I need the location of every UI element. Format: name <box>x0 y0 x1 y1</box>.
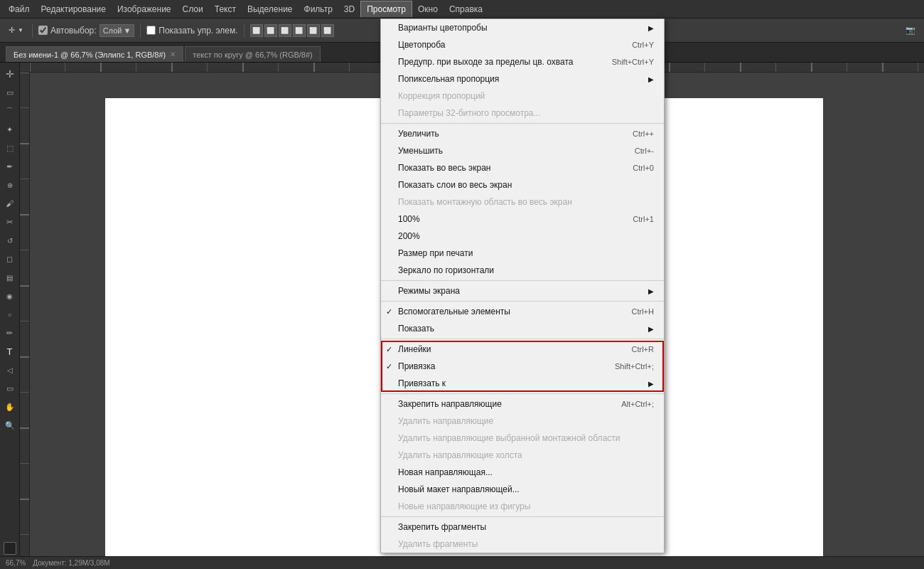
align-bottom-icon[interactable]: ⬜ <box>321 24 334 37</box>
menu-item-0-0[interactable]: Варианты цветопробы▶ <box>381 19 664 36</box>
menu-item-5-5[interactable]: Новый макет направляющей... <box>381 481 664 498</box>
align-icons-group: ⬜ ⬜ ⬜ ⬜ ⬜ ⬜ <box>250 24 334 37</box>
camera-button[interactable]: 📷 <box>903 24 918 36</box>
tab-1-label: текст по кругу @ 66,7% (RGB/8#) <box>193 50 313 59</box>
menu-separator-3 <box>381 301 664 302</box>
camera-icon: 📷 <box>906 26 915 35</box>
tool-heal[interactable]: ⊕ <box>1 176 18 193</box>
tool-zoom[interactable]: 🔍 <box>1 417 18 434</box>
tool-text[interactable]: T <box>1 343 18 360</box>
layer-dropdown[interactable]: Слой ▼ <box>100 24 135 37</box>
menu-select[interactable]: Выделение <box>242 1 299 17</box>
tool-dodge[interactable]: ○ <box>1 306 18 323</box>
tab-0[interactable]: Без имени-1 @ 66,7% (Эллипс 1, RGB/8#) ✕ <box>6 46 183 62</box>
tool-move[interactable]: ✛ <box>1 65 18 83</box>
menu-file[interactable]: Файл <box>3 1 36 17</box>
tab-0-close[interactable]: ✕ <box>170 50 176 58</box>
tool-eraser[interactable]: ◻ <box>1 250 18 267</box>
tool-hand[interactable]: ✋ <box>1 398 18 415</box>
menu-separator-5 <box>381 393 664 394</box>
menu-item-1-8[interactable]: Зеркало по горизонтали <box>381 262 664 279</box>
menu-item-5-1: Удалить направляющие <box>381 413 664 430</box>
menu-label-5-0: Закрепить направляющие <box>398 399 502 409</box>
move-arrow: ▼ <box>18 27 23 33</box>
menu-label-4-0: Линейки <box>398 344 431 354</box>
menu-item-3-0[interactable]: ✓Вспомогательные элементыCtrl+H <box>381 303 664 320</box>
menu-item-5-4[interactable]: Новая направляющая... <box>381 464 664 481</box>
align-middle-icon[interactable]: ⬜ <box>307 24 320 37</box>
menu-item-5-0[interactable]: Закрепить направляющиеAlt+Ctrl+; <box>381 395 664 413</box>
menu-item-0-1[interactable]: ЦветопробаCtrl+Y <box>381 36 664 53</box>
menu-item-1-3[interactable]: Показать слои во весь экран <box>381 176 664 193</box>
menu-separator-2 <box>381 280 664 281</box>
tool-crop[interactable]: ⬚ <box>1 139 18 156</box>
menu-label-0-2: Предупр. при выходе за пределы цв. охват… <box>398 57 574 67</box>
align-left-icon[interactable]: ⬜ <box>250 24 263 37</box>
menu-arrow-2-0: ▶ <box>648 287 654 295</box>
tool-path[interactable]: ◁ <box>1 361 18 378</box>
menu-item-4-2[interactable]: Привязать к▶ <box>381 375 664 392</box>
menu-filter[interactable]: Фильтр <box>299 1 338 17</box>
menu-label-1-1: Уменьшить <box>398 146 443 156</box>
tab-1[interactable]: текст по кругу @ 66,7% (RGB/8#) <box>185 46 321 62</box>
autoselect-checkbox[interactable] <box>38 26 48 35</box>
move-icon: ✛ <box>9 26 15 35</box>
show-controls-label: Показать упр. элем. <box>159 26 237 36</box>
menu-arrow-0-0: ▶ <box>648 24 654 32</box>
menu-item-1-7[interactable]: Размер при печати <box>381 245 664 262</box>
menu-separator-6 <box>381 516 664 517</box>
menu-edit[interactable]: Редактирование <box>36 1 112 17</box>
menu-item-2-0[interactable]: Режимы экрана▶ <box>381 282 664 299</box>
menu-view[interactable]: Просмотр <box>360 1 412 17</box>
menu-shortcut-1-5: Ctrl+1 <box>618 215 654 223</box>
align-right-icon[interactable]: ⬜ <box>279 24 291 37</box>
doc-info: Документ: 1,29M/3,08M <box>33 559 109 567</box>
menu-item-1-2[interactable]: Показать во весь экранCtrl+0 <box>381 159 664 176</box>
status-bar: 66,7% Документ: 1,29M/3,08M <box>0 556 924 569</box>
menu-arrow-4-2: ▶ <box>648 380 654 388</box>
tool-brush[interactable]: 🖌 <box>1 195 18 212</box>
tool-history[interactable]: ↺ <box>1 232 18 249</box>
menu-item-4-1[interactable]: ✓ПривязкаShift+Ctrl+; <box>381 358 664 375</box>
left-toolbar: ✛ ▭ ⌒ ✦ ⬚ ✒ ⊕ 🖌 ✂ ↺ ◻ ▤ ◉ ○ ✏ T ◁ ▭ ✋ 🔍 <box>0 63 20 556</box>
menu-item-1-1[interactable]: УменьшитьCtrl+- <box>381 142 664 159</box>
menu-image[interactable]: Изображение <box>112 1 177 17</box>
tool-blur[interactable]: ◉ <box>1 287 18 304</box>
menu-item-4-0[interactable]: ✓ЛинейкиCtrl+R <box>381 341 664 358</box>
menu-help[interactable]: Справка <box>444 1 488 17</box>
menu-item-1-6[interactable]: 200% <box>381 228 664 245</box>
menu-check-3-0: ✓ <box>386 307 392 317</box>
align-center-icon[interactable]: ⬜ <box>264 24 277 37</box>
tool-wand[interactable]: ✦ <box>1 121 18 138</box>
move-tool[interactable]: ✛ ▼ <box>6 24 26 36</box>
show-controls-checkbox[interactable] <box>146 26 156 35</box>
menu-item-3-1[interactable]: Показать▶ <box>381 320 664 337</box>
menu-label-1-8: Зеркало по горизонтали <box>398 265 494 275</box>
menu-window[interactable]: Окно <box>412 1 444 17</box>
menu-label-5-6: Новые направляющие из фигуры <box>398 501 530 511</box>
align-top-icon[interactable]: ⬜ <box>293 24 306 37</box>
tool-gradient[interactable]: ▤ <box>1 269 18 286</box>
menu-shortcut-0-2: Shift+Ctrl+Y <box>598 58 654 66</box>
menu-arrow-3-1: ▶ <box>648 325 654 333</box>
tool-shape[interactable]: ▭ <box>1 380 18 397</box>
tool-select-rect[interactable]: ▭ <box>1 84 18 101</box>
tool-pen[interactable]: ✏ <box>1 324 18 341</box>
menu-3d[interactable]: 3D <box>338 1 360 17</box>
tool-clone[interactable]: ✂ <box>1 213 18 230</box>
menu-item-0-3[interactable]: Попиксельная пропорция▶ <box>381 70 664 87</box>
menu-text[interactable]: Текст <box>209 1 242 17</box>
menu-check-4-1: ✓ <box>386 362 392 371</box>
tool-eyedropper[interactable]: ✒ <box>1 158 18 175</box>
menu-label-0-5: Параметры 32-битного просмотра... <box>398 108 541 118</box>
toolbar-sep-2 <box>140 23 141 38</box>
menu-item-1-0[interactable]: УвеличитьCtrl++ <box>381 125 664 142</box>
menu-layers[interactable]: Слои <box>177 1 209 17</box>
menu-item-1-5[interactable]: 100%Ctrl+1 <box>381 211 664 228</box>
toolbar-right: 📷 <box>903 24 918 36</box>
foreground-color[interactable] <box>4 542 16 555</box>
menu-shortcut-4-0: Ctrl+R <box>618 345 654 353</box>
tool-lasso[interactable]: ⌒ <box>1 102 18 119</box>
menu-item-0-2[interactable]: Предупр. при выходе за пределы цв. охват… <box>381 53 664 70</box>
menu-item-6-0[interactable]: Закрепить фрагменты <box>381 519 664 536</box>
